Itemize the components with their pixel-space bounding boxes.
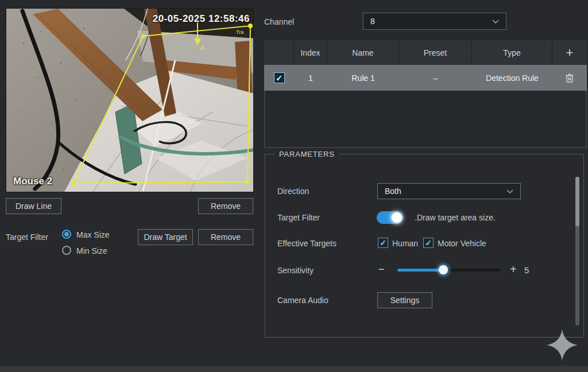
camera-preview[interactable]: A Tra 20-05-2025 12:58:46 Mouse 2 [6, 8, 254, 192]
corner-label: Tra [236, 29, 243, 35]
camera-scene: A Tra [6, 9, 254, 192]
rule-preset-cell: – [399, 65, 472, 91]
draw-line-button[interactable]: Draw Line [6, 198, 61, 214]
effective-targets-label: Effective Targets [277, 239, 336, 248]
channel-label: Channel [264, 17, 294, 26]
scrollbar[interactable] [575, 177, 579, 326]
remove-line-button[interactable]: Remove [198, 198, 253, 214]
video-timestamp: 20-05-2025 12:58:46 [153, 13, 250, 25]
target-filter-hint: .Draw target area size. [415, 213, 496, 222]
sensitivity-plus-button[interactable]: + [510, 263, 517, 276]
sparkle-icon [544, 327, 580, 363]
header-preset: Preset [399, 40, 472, 65]
rules-table-header: Index Name Preset Type + [264, 40, 587, 65]
chevron-down-icon [492, 20, 499, 24]
direction-marker-label: A [200, 45, 204, 51]
rule-name-cell: Rule 1 [327, 65, 399, 91]
sensitivity-slider-thumb[interactable] [439, 265, 448, 274]
sensitivity-value: 5 [524, 265, 529, 275]
table-row[interactable]: ✓ 1 Rule 1 – Detection Rule [264, 65, 587, 91]
channel-select-value: 8 [370, 17, 492, 26]
camera-audio-settings-button[interactable]: Settings [377, 292, 432, 308]
sensitivity-label: Sensitivity [277, 266, 314, 275]
direction-label: Direction [277, 187, 309, 196]
chevron-down-icon [506, 189, 513, 193]
rules-table-empty-body [264, 91, 587, 148]
toggle-knob [392, 212, 402, 223]
target-filter-size-label: Target Filter [6, 232, 48, 242]
draw-target-button[interactable]: Draw Target [138, 229, 193, 245]
bottom-bar [0, 366, 588, 372]
direction-select[interactable]: Both [377, 183, 521, 199]
channel-select[interactable]: 8 [363, 13, 506, 30]
header-type: Type [472, 40, 552, 65]
min-size-radio[interactable] [62, 246, 71, 255]
max-size-radio[interactable] [62, 230, 71, 239]
motor-vehicle-checkbox-label[interactable]: Motor Vehicle [438, 239, 486, 248]
delete-rule-icon[interactable] [565, 73, 574, 83]
target-filter-label: Target Filter [277, 213, 320, 222]
rule-type-cell: Detection Rule [472, 65, 552, 91]
target-filter-toggle[interactable] [377, 211, 403, 224]
ivs-rule-config-screen: A Tra 20-05-2025 12:58:46 Mouse 2 Draw L… [0, 0, 588, 372]
header-index: Index [294, 40, 327, 65]
header-select-column [264, 40, 294, 65]
motor-vehicle-checkbox[interactable]: ✓ [423, 238, 434, 248]
add-rule-button[interactable]: + [552, 40, 587, 65]
slider-fill [397, 269, 443, 272]
camera-audio-label: Camera Audio [277, 296, 328, 305]
sensitivity-slider[interactable] [397, 269, 501, 272]
sensitivity-minus-button[interactable]: − [378, 264, 385, 276]
camera-name-label: Mouse 2 [13, 176, 52, 187]
parameters-title: PARAMETERS [275, 150, 339, 158]
header-name: Name [327, 40, 399, 65]
remove-target-button[interactable]: Remove [198, 229, 253, 245]
scrollbar-thumb[interactable] [575, 177, 579, 226]
rule-checkbox[interactable]: ✓ [274, 72, 285, 83]
human-checkbox-label[interactable]: Human [392, 239, 418, 248]
max-size-radio-label[interactable]: Max Size [76, 230, 110, 239]
rule-index-cell: 1 [294, 65, 327, 91]
human-checkbox[interactable]: ✓ [378, 238, 388, 248]
direction-select-value: Both [385, 187, 506, 196]
min-size-radio-label[interactable]: Min Size [76, 246, 107, 255]
